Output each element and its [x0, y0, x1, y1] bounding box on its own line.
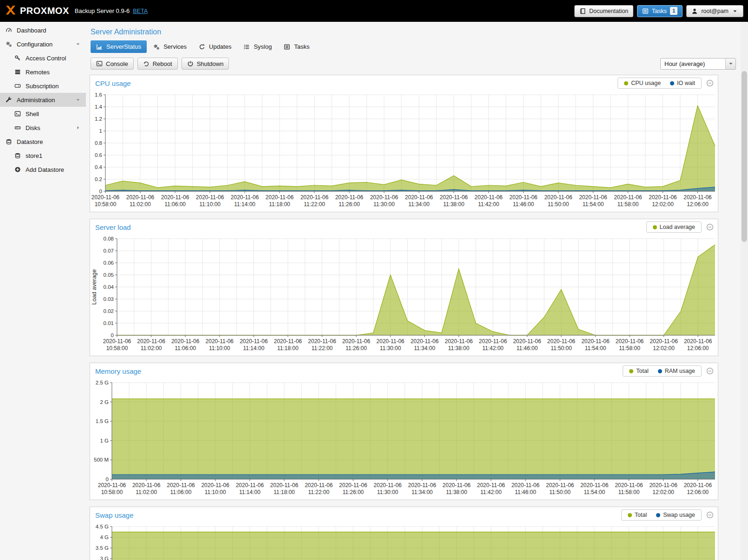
- legend-item-total[interactable]: Total: [628, 512, 647, 518]
- legend-item-load-average[interactable]: Load average: [653, 224, 695, 230]
- sidebar-item-label: Shell: [26, 111, 39, 117]
- svg-text:2020-11-0611:26:00: 2020-11-0611:26:00: [339, 482, 367, 495]
- svg-text:2 G: 2 G: [100, 399, 109, 405]
- main-content: Server Administration ServerStatusServic…: [86, 22, 741, 560]
- sidebar-item-datastore[interactable]: Datastore: [0, 135, 86, 149]
- svg-text:Load average: Load average: [91, 269, 98, 305]
- shutdown-button[interactable]: Shutdown: [182, 58, 229, 70]
- scrollbar-thumb[interactable]: [741, 71, 747, 242]
- svg-text:2020-11-0611:10:00: 2020-11-0611:10:00: [201, 482, 229, 495]
- caret-down-icon: [75, 97, 81, 103]
- sidebar-item-label: Dashboard: [17, 27, 46, 34]
- svg-text:4.5 G: 4.5 G: [96, 524, 109, 529]
- sidebar-item-shell[interactable]: Shell: [0, 107, 86, 121]
- sidebar-item-disks[interactable]: Disks: [0, 121, 86, 135]
- sidebar-item-add-datastore[interactable]: Add Datastore: [0, 163, 86, 176]
- legend-dot: [656, 513, 660, 517]
- svg-text:500 M: 500 M: [94, 457, 109, 462]
- caret-right-icon: [75, 124, 81, 131]
- documentation-button[interactable]: Documentation: [574, 5, 633, 17]
- tasks-button[interactable]: Tasks 1: [637, 5, 683, 17]
- combo-trigger[interactable]: [725, 59, 735, 69]
- sidebar-item-label: store1: [26, 152, 42, 159]
- svg-text:2020-11-0611:50:00: 2020-11-0611:50:00: [544, 194, 572, 208]
- sidebar-item-remotes[interactable]: Remotes: [0, 65, 86, 79]
- legend-dot: [658, 369, 662, 373]
- svg-text:2020-11-0611:18:00: 2020-11-0611:18:00: [266, 194, 294, 208]
- panel-memory-usage: Memory usage TotalRAM usage 0500 M1 G1.5…: [90, 363, 718, 500]
- sidebar-item-administration[interactable]: Administration: [0, 93, 86, 107]
- tab-syslog[interactable]: Syslog: [238, 40, 277, 53]
- legend-item-ram-usage[interactable]: RAM usage: [658, 368, 695, 374]
- svg-text:2020-11-0611:26:00: 2020-11-0611:26:00: [335, 194, 364, 208]
- svg-text:2020-11-0611:02:00: 2020-11-0611:02:00: [137, 338, 165, 352]
- tab-services[interactable]: Services: [148, 40, 192, 53]
- chart-legend: TotalSwap usage: [621, 509, 702, 521]
- svg-text:0: 0: [106, 476, 109, 482]
- sidebar-item-label: Administration: [17, 97, 55, 104]
- svg-text:2020-11-0611:02:00: 2020-11-0611:02:00: [132, 482, 161, 495]
- sidebar-item-configuration[interactable]: Configuration: [0, 37, 86, 51]
- collapse-panel-icon[interactable]: [706, 511, 714, 519]
- collapse-panel-icon[interactable]: [706, 79, 714, 87]
- panel-swap-usage: Swap usage TotalSwap usage 0500 M1 G1.5 …: [90, 507, 718, 560]
- sidebar-item-subscription[interactable]: Subscription: [0, 79, 86, 93]
- legend-item-total[interactable]: Total: [629, 368, 648, 374]
- svg-text:2020-11-0611:46:00: 2020-11-0611:46:00: [511, 482, 540, 495]
- tab-tasks[interactable]: Tasks: [278, 40, 315, 53]
- svg-text:0: 0: [99, 189, 102, 194]
- panel-title: Swap usage: [95, 511, 134, 519]
- key-icon: [14, 55, 21, 61]
- svg-text:0.6: 0.6: [95, 152, 102, 158]
- console-button[interactable]: Console: [91, 58, 134, 70]
- svg-text:2020-11-0611:34:00: 2020-11-0611:34:00: [410, 338, 439, 352]
- svg-text:2020-11-0612:02:00: 2020-11-0612:02:00: [649, 482, 677, 495]
- timeframe-value: Hour (average): [661, 60, 725, 67]
- svg-text:2020-11-0611:54:00: 2020-11-0611:54:00: [581, 338, 610, 352]
- book-icon: [579, 8, 586, 14]
- svg-text:2020-11-0611:58:00: 2020-11-0611:58:00: [614, 194, 642, 208]
- gauge-icon: [5, 27, 13, 33]
- sidebar-item-store1[interactable]: store1: [0, 149, 86, 163]
- beta-link[interactable]: BETA: [133, 8, 148, 14]
- svg-text:2020-11-0611:22:00: 2020-11-0611:22:00: [300, 194, 329, 208]
- svg-text:2020-11-0611:38:00: 2020-11-0611:38:00: [442, 482, 471, 495]
- legend-item-io-wait[interactable]: IO wait: [670, 80, 695, 86]
- svg-text:2020-11-0611:26:00: 2020-11-0611:26:00: [342, 338, 371, 352]
- svg-text:2020-11-0611:06:00: 2020-11-0611:06:00: [161, 194, 189, 208]
- svg-text:0.8: 0.8: [95, 140, 102, 146]
- tab-serverstatus[interactable]: ServerStatus: [91, 40, 147, 53]
- legend-item-swap-usage[interactable]: Swap usage: [656, 512, 695, 518]
- svg-text:0.02: 0.02: [104, 308, 114, 314]
- legend-item-cpu-usage[interactable]: CPU usage: [624, 80, 661, 86]
- panel-header: Server load Load average: [90, 219, 718, 234]
- svg-text:0.07: 0.07: [104, 248, 114, 254]
- proxmox-x-icon: [5, 5, 17, 17]
- top-header: PROXMOX Backup Server 0.9-6 BETA Documen…: [0, 0, 748, 22]
- collapse-panel-icon[interactable]: [706, 367, 714, 375]
- sidebar-item-label: Configuration: [17, 41, 52, 48]
- timeframe-select[interactable]: Hour (average): [660, 58, 736, 70]
- svg-text:2020-11-0611:14:00: 2020-11-0611:14:00: [231, 194, 259, 208]
- svg-text:2020-11-0611:06:00: 2020-11-0611:06:00: [167, 482, 195, 495]
- panel-title: CPU usage: [95, 79, 131, 87]
- sidebar-item-dashboard[interactable]: Dashboard: [0, 23, 86, 37]
- svg-text:1.4: 1.4: [95, 104, 103, 110]
- svg-text:2020-11-0611:42:00: 2020-11-0611:42:00: [479, 338, 507, 352]
- reboot-button[interactable]: Reboot: [137, 58, 178, 70]
- user-menu-button[interactable]: root@pam: [686, 5, 743, 17]
- chevron-down-icon: [732, 8, 738, 14]
- legend-dot: [670, 81, 674, 85]
- tab-updates[interactable]: Updates: [193, 40, 237, 53]
- panel-header: Swap usage TotalSwap usage: [90, 507, 718, 522]
- svg-text:2.5 G: 2.5 G: [96, 380, 109, 385]
- collapse-panel-icon[interactable]: [706, 223, 714, 231]
- page-title: Server Administration: [91, 28, 741, 36]
- scrollbar[interactable]: [741, 22, 748, 560]
- panel-cpu-usage: CPU usage CPU usageIO wait 00.20.40.60.8…: [90, 75, 718, 212]
- sidebar-item-access-control[interactable]: Access Control: [0, 51, 86, 65]
- panels: CPU usage CPU usageIO wait 00.20.40.60.8…: [86, 74, 741, 560]
- svg-text:2020-11-0612:06:00: 2020-11-0612:06:00: [683, 194, 712, 208]
- panel-header: CPU usage CPU usageIO wait: [90, 75, 718, 90]
- svg-text:4 G: 4 G: [100, 534, 109, 540]
